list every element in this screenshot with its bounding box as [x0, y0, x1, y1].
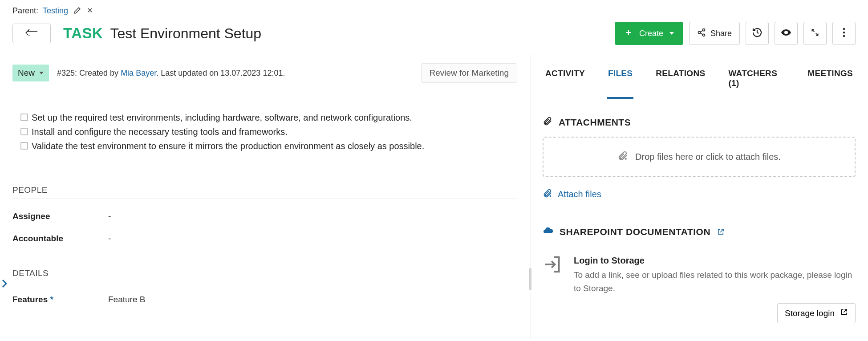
tab-files[interactable]: FILES [607, 56, 633, 99]
share-button[interactable]: Share [689, 22, 740, 45]
attach-plus-icon [543, 188, 552, 200]
create-button-label: Create [639, 29, 663, 38]
tab-watchers[interactable]: WATCHERS (1) [727, 56, 785, 99]
fullscreen-button[interactable] [803, 22, 827, 45]
eye-icon [781, 27, 791, 40]
kebab-icon [843, 28, 845, 40]
tab-relations[interactable]: RELATIONS [655, 56, 706, 99]
share-icon [697, 28, 706, 39]
more-menu-button[interactable] [832, 22, 856, 45]
storage-login-button-label: Storage login [785, 309, 835, 318]
svg-point-4 [843, 31, 845, 33]
create-button[interactable]: Create [615, 22, 683, 45]
expand-left-panel-button[interactable] [1, 279, 7, 290]
people-section-heading: PEOPLE [12, 185, 517, 199]
required-asterisk: * [50, 295, 53, 304]
storage-login-block: Login to Storage To add a link, see or u… [543, 256, 856, 295]
features-label-text: Features [12, 295, 48, 304]
tab-activity[interactable]: ACTIVITY [544, 56, 586, 99]
storage-login-button[interactable]: Storage login [777, 303, 856, 323]
activity-timer-button[interactable] [746, 22, 769, 45]
assignee-value[interactable]: - [108, 211, 111, 221]
expand-icon [811, 28, 819, 39]
attach-upload-icon [617, 150, 628, 163]
assignee-label: Assignee [12, 211, 108, 221]
dropzone-text: Drop files here or click to attach files… [635, 152, 781, 162]
work-package-title[interactable]: Test Environment Setup [110, 25, 261, 42]
svg-point-5 [843, 35, 845, 37]
checklist-text: Install and configure the necessary test… [32, 125, 288, 139]
features-label: Features * [12, 295, 108, 304]
attachments-heading-text: ATTACHMENTS [559, 117, 631, 128]
paperclip-icon [543, 116, 552, 128]
checklist-item: Set up the required test environments, i… [20, 110, 517, 125]
back-button[interactable] [12, 24, 51, 43]
svg-point-2 [702, 34, 705, 36]
svg-point-1 [698, 31, 700, 33]
status-dropdown[interactable]: New [12, 65, 49, 81]
edit-parent-button[interactable] [73, 7, 81, 16]
cloud-icon [543, 225, 553, 238]
chevron-down-icon [669, 32, 674, 35]
checkbox[interactable] [20, 128, 28, 135]
plus-icon [624, 28, 633, 39]
remove-parent-button[interactable] [86, 7, 93, 16]
tab-meetings[interactable]: MEETINGS [807, 56, 854, 99]
checklist-item: Install and configure the necessary test… [20, 125, 517, 139]
work-package-meta: #325: Created by Mia Bayer. Last updated… [57, 69, 285, 78]
history-icon [752, 27, 763, 40]
accountable-label: Accountable [12, 234, 108, 244]
details-section-heading: DETAILS [12, 268, 517, 282]
review-for-marketing-button[interactable]: Review for Marketing [421, 63, 517, 83]
storage-login-description: To add a link, see or upload files relat… [574, 268, 856, 295]
attachments-dropzone[interactable]: Drop files here or click to attach files… [543, 137, 856, 177]
storage-login-icon [543, 255, 562, 276]
share-button-label: Share [710, 29, 732, 38]
work-package-type[interactable]: TASK [63, 25, 103, 42]
checkbox[interactable] [20, 114, 28, 121]
checklist-text: Validate the test environment to ensure … [32, 139, 424, 153]
storage-login-title: Login to Storage [574, 256, 856, 266]
chevron-down-icon [39, 72, 44, 74]
attach-files-link[interactable]: Attach files [543, 188, 856, 200]
tab-bar: ACTIVITY FILES RELATIONS WATCHERS (1) ME… [543, 56, 856, 99]
description: Set up the required test environments, i… [12, 110, 517, 153]
pencil-icon [73, 7, 81, 16]
status-label: New [18, 68, 35, 78]
checklist-text: Set up the required test environments, i… [32, 110, 412, 125]
attach-files-text: Attach files [558, 189, 601, 199]
parent-breadcrumb: Parent: Testing [12, 0, 856, 16]
external-link-icon[interactable] [717, 228, 725, 236]
accountable-value[interactable]: - [108, 234, 111, 244]
checkbox[interactable] [20, 142, 28, 150]
parent-label: Parent: [12, 6, 38, 16]
sharepoint-heading: SHAREPOINT DOCUMENTATION [543, 225, 856, 242]
attachments-heading: ATTACHMENTS [543, 116, 856, 129]
svg-point-0 [702, 28, 705, 31]
checklist-item: Validate the test environment to ensure … [20, 139, 517, 153]
features-value[interactable]: Feature B [108, 295, 145, 304]
external-link-icon [840, 308, 848, 318]
svg-point-3 [843, 28, 845, 29]
close-icon [86, 7, 93, 15]
watch-button[interactable] [775, 22, 798, 45]
back-arrow-icon [25, 29, 38, 38]
sharepoint-heading-text: SHAREPOINT DOCUMENTATION [560, 227, 710, 237]
meta-suffix: . Last updated on 13.07.2023 12:01. [156, 69, 285, 77]
meta-prefix: #325: Created by [57, 69, 121, 77]
author-link[interactable]: Mia Bayer [121, 69, 156, 77]
parent-link[interactable]: Testing [43, 6, 68, 16]
